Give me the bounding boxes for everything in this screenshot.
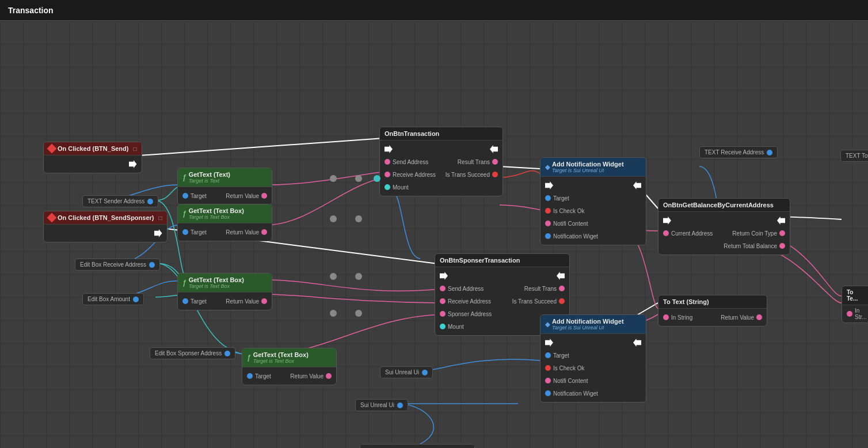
return-pin3 xyxy=(326,373,332,379)
sponser-result-pin xyxy=(559,286,565,291)
to-text-string-node[interactable]: To Text (String) In String Return Value xyxy=(658,295,767,326)
sui-ui1-pin xyxy=(422,370,428,375)
sponser-mount-pin xyxy=(440,324,446,329)
add-notif2-header: ◆ Add Notification Widget Target is Sui … xyxy=(540,315,646,334)
exec-out-notif1 xyxy=(633,181,641,189)
edit-receive-pin xyxy=(149,262,155,268)
sender-address-pin xyxy=(147,199,153,204)
return-pin1 xyxy=(261,229,267,235)
result-trans-pin xyxy=(492,159,498,165)
notif1-checkOk-pin xyxy=(545,208,551,214)
sponser-addr-pin xyxy=(440,311,446,317)
reroute-5 xyxy=(355,215,362,222)
to-text-right-header: To Te... xyxy=(842,286,868,305)
diamond-icon xyxy=(47,144,57,154)
on-btn-get-balance-header: OnBtnGetBalanceByCurrentAddress xyxy=(658,199,790,212)
notif1-widget-pin xyxy=(545,233,551,239)
add-notif1-body: Target Is Check Ok Notifi Content Notifi… xyxy=(540,177,646,245)
on-clicked-btn-send-sponser-node[interactable]: On Clicked (BTN_SendSponser) □ xyxy=(43,211,167,242)
on-btn-transaction-node[interactable]: OnBtnTransaction Send Address Result Tra… xyxy=(379,127,503,196)
get-text-textbox3-body: Target Return Value xyxy=(242,367,336,385)
reroute-4 xyxy=(330,215,337,222)
edit-box-amount-node[interactable]: Edit Box Amount xyxy=(82,293,144,305)
reroute-9 xyxy=(355,310,362,317)
notif1-target-pin xyxy=(545,195,551,201)
sui-unreal-ui1-node[interactable]: Sui Unreal Ui xyxy=(380,366,433,378)
text-tot-node[interactable]: TEXT Tot xyxy=(840,150,868,162)
on-clicked-btn-send-header: On Clicked (BTN_Send) □ xyxy=(44,142,142,155)
add-notif1-header: ◆ Add Notification Widget Target is Sui … xyxy=(540,158,646,177)
exec-out-notif2 xyxy=(633,339,641,347)
on-btn-get-balance-node[interactable]: OnBtnGetBalanceByCurrentAddress Current … xyxy=(658,198,790,255)
on-clicked-btn-send-body xyxy=(44,155,142,173)
return-pin xyxy=(261,193,267,199)
reroute-3 xyxy=(374,175,380,182)
return-pin2 xyxy=(261,298,267,304)
get-text-textbox1-header: ƒ GetText (Text Box) Target is Text Box xyxy=(178,204,272,223)
edit-sponser-pin xyxy=(224,351,230,356)
get-text-textbox3-header: ƒ GetText (Text Box) Target is Text Box xyxy=(242,348,336,367)
add-notification-widget2-node[interactable]: ◆ Add Notification Widget Target is Sui … xyxy=(540,314,646,403)
recv-addr-pin xyxy=(384,172,390,177)
notif2-content-pin xyxy=(545,378,551,384)
is-trans-succeed-pin xyxy=(492,172,498,177)
blueprint-canvas[interactable]: On Clicked (BTN_Send) □ On Clicked (BTN_… xyxy=(0,21,868,448)
exec-out-pin2 xyxy=(154,229,162,237)
target-notification-node[interactable]: Target Notification Widget xyxy=(360,444,475,448)
notif1-content-pin xyxy=(545,221,551,226)
exec-in-balance xyxy=(663,217,671,225)
to-text-string-body: In String Return Value xyxy=(658,309,767,326)
return-coin-pin xyxy=(779,230,785,236)
text-sender-address-node[interactable]: TEXT Sender Address xyxy=(82,195,158,207)
notif2-widget-pin xyxy=(545,390,551,396)
get-text-textbox2-node[interactable]: ƒ GetText (Text Box) Target is Text Box … xyxy=(177,273,272,310)
return-total-pin xyxy=(779,243,785,249)
reroute-8 xyxy=(330,310,337,317)
text-receive-address-node[interactable]: TEXT Receive Address xyxy=(699,146,778,158)
to-text-string-header: To Text (String) xyxy=(658,295,767,309)
to-text-right-node[interactable]: To Te... In Str... xyxy=(842,286,868,323)
to-text-right-body: In Str... xyxy=(842,305,868,322)
on-btn-transaction-body: Send Address Result Trans Receive Addres… xyxy=(380,141,502,196)
notif2-target-pin xyxy=(545,352,551,358)
sui-unreal-ui2-node[interactable]: Sui Unreal Ui xyxy=(355,399,408,411)
add-notif2-body: Target Is Check Ok Notifi Content Notifi… xyxy=(540,334,646,402)
target-pin xyxy=(182,193,188,199)
add-notification-widget1-node[interactable]: ◆ Add Notification Widget Target is Sui … xyxy=(540,157,646,245)
exec-out-sponser xyxy=(557,272,565,280)
exec-out-btn-trans xyxy=(490,145,498,153)
get-text-textbox3-node[interactable]: ƒ GetText (Text Box) Target is Text Box … xyxy=(242,348,337,385)
get-text-textbox2-header: ƒ GetText (Text Box) Target is Text Box xyxy=(178,274,272,293)
exec-in-notif2 xyxy=(545,339,553,347)
edit-box-receive-address-node[interactable]: Edit Box Receive Address xyxy=(75,259,160,271)
reroute-2 xyxy=(355,175,362,182)
reroute-6 xyxy=(330,273,337,280)
get-text-textbox1-body: Target Return Value xyxy=(178,223,272,241)
exec-in-sponser xyxy=(440,272,448,280)
reroute-1 xyxy=(330,175,337,182)
return-text-pin xyxy=(756,314,762,320)
in-string-pin xyxy=(663,314,669,320)
page-title: Transaction xyxy=(8,6,54,15)
get-text-textbox1-node[interactable]: ƒ GetText (Text Box) Target is Text Box … xyxy=(177,204,272,241)
get-text-header: ƒ GetText (Text) Target is Text xyxy=(178,168,272,187)
on-clicked-btn-send-sponser-header: On Clicked (BTN_SendSponser) □ xyxy=(44,211,167,225)
exec-in-notif1 xyxy=(545,181,553,189)
receive-address-pin xyxy=(767,150,772,155)
sponser-recv-pin xyxy=(440,298,446,304)
mount-pin xyxy=(384,184,390,190)
notif2-checkOk-pin xyxy=(545,365,551,371)
target-pin2 xyxy=(182,298,188,304)
edit-box-sponser-address-node[interactable]: Edit Box Sponser Address xyxy=(150,347,235,359)
on-btn-transaction-header: OnBtnTransaction xyxy=(380,127,502,141)
sui-ui2-pin xyxy=(397,403,403,408)
target-pin1 xyxy=(182,229,188,235)
diamond-icon2 xyxy=(47,213,57,223)
on-btn-sponser-transaction-header: OnBtnSponserTransaction xyxy=(435,254,569,267)
on-clicked-btn-send-node[interactable]: On Clicked (BTN_Send) □ xyxy=(43,142,142,173)
title-bar: Transaction xyxy=(0,0,868,21)
exec-out-pin xyxy=(129,160,137,168)
get-text-text-node[interactable]: ƒ GetText (Text) Target is Text Target R… xyxy=(177,168,272,205)
get-text-textbox2-body: Target Return Value xyxy=(178,293,272,310)
sponser-send-pin xyxy=(440,286,446,291)
